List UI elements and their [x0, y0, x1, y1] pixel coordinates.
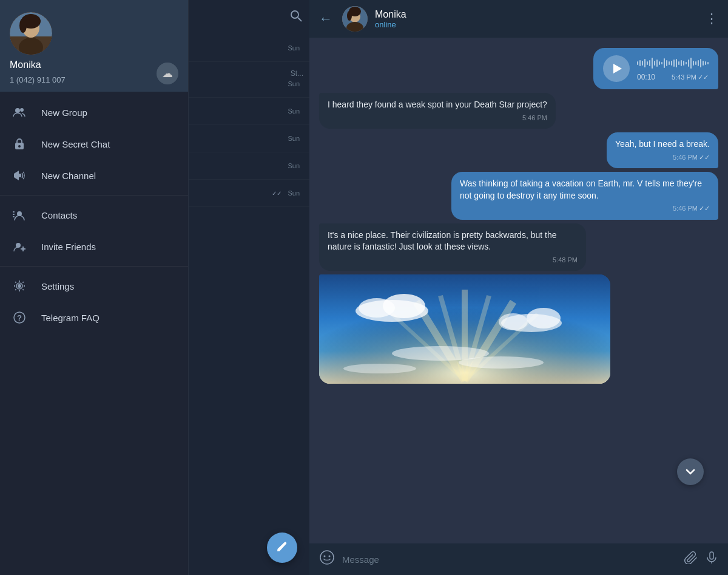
scroll-down-button[interactable]	[677, 458, 704, 485]
waveform-bar	[656, 60, 658, 67]
faq-icon: ?	[12, 310, 27, 325]
chat-username: Monika	[375, 9, 698, 20]
day-label: Sun	[195, 105, 303, 117]
search-icon[interactable]	[290, 10, 302, 25]
invite-icon	[12, 239, 27, 254]
waveform-bar	[693, 61, 694, 66]
message-time: 5:46 PM	[328, 114, 547, 123]
menu-item-new-channel[interactable]: New Channel	[0, 160, 188, 191]
chat-list: Sun St... Sun Sun Sun Sun ✓✓ Sun	[189, 35, 309, 575]
waveform-bar	[644, 59, 645, 67]
input-bar	[309, 543, 728, 575]
waveform-bar	[686, 62, 687, 64]
waveform-bar	[705, 61, 706, 65]
voice-time: 5:43 PM ✓✓	[672, 73, 709, 81]
channel-icon	[12, 168, 27, 183]
svg-rect-16	[13, 216, 15, 217]
svg-point-24	[291, 11, 298, 18]
waveform-bar	[676, 59, 677, 67]
svg-point-51	[324, 556, 326, 557]
chat-status: online	[375, 20, 698, 29]
chat-list-item[interactable]: ✓✓ Sun	[189, 180, 309, 207]
day-label: Sun	[195, 160, 303, 172]
message-input[interactable]	[342, 554, 677, 565]
message-text: Yeah, but I need a break.	[615, 139, 710, 149]
svg-point-49	[343, 364, 416, 373]
waveform-bar	[678, 61, 679, 65]
chat-list-item[interactable]: Sun	[189, 35, 309, 62]
svg-rect-12	[19, 174, 21, 177]
svg-rect-53	[710, 552, 713, 559]
invite-friends-label: Invite Friends	[41, 242, 96, 252]
menu-item-settings[interactable]: Settings	[0, 270, 188, 302]
back-button[interactable]: ←	[319, 11, 332, 27]
waveform-bar	[683, 61, 684, 66]
message-text: Was thinking of taking a vacation on Ear…	[460, 179, 702, 200]
waveform	[637, 56, 709, 70]
message-text: It's a nice place. Their civilization is…	[328, 230, 556, 252]
settings-label: Settings	[41, 281, 74, 291]
read-checkmark: ✓✓	[698, 73, 709, 81]
waveform-bar	[698, 60, 699, 66]
mic-button[interactable]	[705, 551, 718, 568]
user-phone: 1 (042) 911 007	[10, 75, 178, 84]
menu-item-faq[interactable]: ? Telegram FAQ	[0, 302, 188, 333]
message-incoming: I heard they found a weak spot in your D…	[319, 93, 556, 129]
svg-point-43	[359, 298, 395, 318]
more-options-button[interactable]: ⋮	[705, 11, 718, 27]
svg-point-46	[499, 313, 528, 330]
waveform-bar	[690, 58, 692, 69]
svg-rect-14	[13, 211, 15, 213]
emoji-button[interactable]	[319, 549, 335, 569]
voice-meta: 00:10 5:43 PM ✓✓	[637, 73, 709, 81]
image-message	[319, 274, 610, 384]
waveform-bar	[703, 61, 704, 66]
svg-point-8	[15, 108, 20, 113]
drawer-menu: Monika 1 (042) 911 007 ☁ New Group	[0, 0, 188, 575]
day-label: Sun	[195, 78, 303, 90]
cloud-button[interactable]: ☁	[157, 63, 178, 84]
compose-fab[interactable]	[267, 532, 297, 563]
chat-list-item[interactable]: St... Sun	[189, 62, 309, 98]
svg-point-45	[527, 308, 561, 328]
message-time: 5:46 PM ✓✓	[460, 204, 710, 213]
svg-point-30	[347, 11, 352, 21]
chat-list-item[interactable]: Sun	[189, 98, 309, 125]
menu-item-new-secret-chat[interactable]: New Secret Chat	[0, 128, 188, 160]
waveform-bar	[707, 62, 709, 64]
waveform-bar	[669, 61, 670, 65]
svg-point-52	[329, 556, 331, 557]
message-outgoing: Was thinking of taking a vacation on Ear…	[451, 172, 718, 220]
svg-point-11	[18, 145, 21, 148]
waveform-bar	[681, 60, 682, 66]
message-time: 5:48 PM	[328, 256, 578, 265]
menu-item-contacts[interactable]: Contacts	[0, 199, 188, 231]
menu-list: New Group New Secret Chat	[0, 92, 188, 575]
chat-list-item[interactable]: Sun	[189, 152, 309, 180]
menu-item-invite-friends[interactable]: Invite Friends	[0, 231, 188, 262]
menu-divider-1	[0, 195, 188, 196]
play-icon	[613, 64, 622, 73]
menu-item-new-group[interactable]: New Group	[0, 97, 188, 128]
day-label: Sun	[195, 132, 303, 145]
chat-list-item[interactable]: Sun	[189, 125, 309, 152]
message-text: I heard they found a weak spot in your D…	[328, 100, 547, 109]
lock-icon	[12, 137, 27, 151]
play-button[interactable]	[603, 55, 630, 82]
user-avatar	[10, 12, 52, 55]
waveform-bar	[673, 60, 675, 67]
day-label: Sun	[195, 42, 303, 54]
waveform-bar	[688, 60, 689, 67]
chat-list-panel: Sun St... Sun Sun Sun Sun ✓✓ Sun	[188, 0, 309, 575]
left-panel: Monika 1 (042) 911 007 ☁ New Group	[0, 0, 309, 575]
attach-button[interactable]	[684, 551, 698, 568]
waveform-bar	[647, 61, 648, 65]
user-name: Monika	[10, 60, 178, 70]
chat-user-avatar	[342, 6, 368, 32]
waveform-bar	[642, 61, 643, 66]
read-checkmark: ✓✓	[699, 204, 710, 213]
waveform-bar	[666, 60, 667, 66]
waveform-bar	[654, 61, 655, 66]
svg-point-20	[18, 284, 21, 288]
message-incoming: It's a nice place. Their civilization is…	[319, 223, 586, 271]
